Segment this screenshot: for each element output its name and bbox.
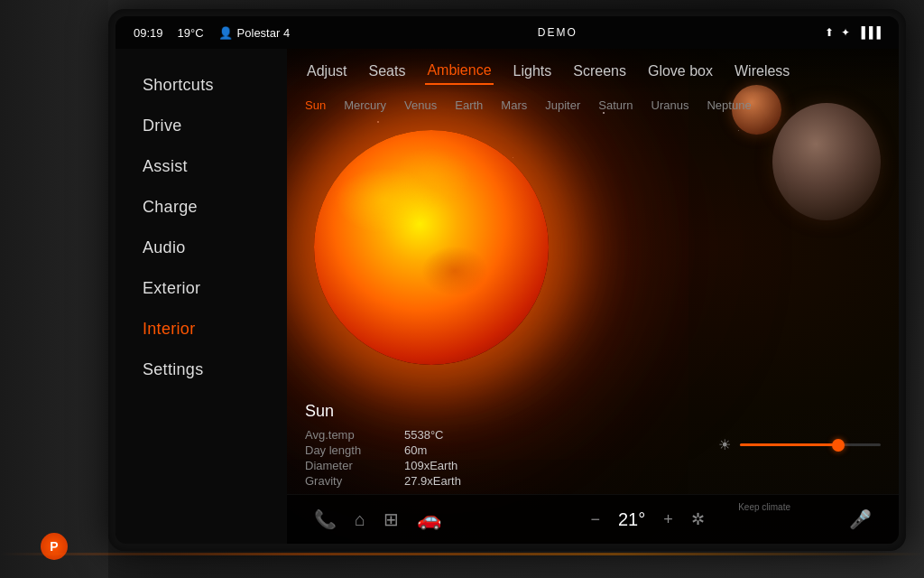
climate-control: − 21° + ✲ xyxy=(586,509,704,530)
tab-wireless[interactable]: Wireless xyxy=(733,59,791,84)
sidebar-item-audio[interactable]: Audio xyxy=(116,229,287,266)
grid-icon[interactable]: ⊞ xyxy=(383,508,399,530)
status-icons: ⬆ ✦ ▐▐▐ xyxy=(825,26,881,39)
bottom-right-controls: 🎤 xyxy=(849,508,872,530)
fan-icon[interactable]: ✲ xyxy=(691,509,705,529)
gravity-value: 27.9xEarth xyxy=(404,474,461,488)
tab-adjust[interactable]: Adjust xyxy=(305,59,348,84)
keep-climate-label: Keep climate xyxy=(738,502,790,512)
sun-container[interactable] xyxy=(314,130,549,365)
bluetooth-icon: ✦ xyxy=(841,26,850,39)
planet-sun[interactable]: Sun xyxy=(305,98,326,112)
planet-jupiter[interactable]: Jupiter xyxy=(545,98,580,112)
demo-label: DEMO xyxy=(304,26,810,39)
temperature-display: 21° xyxy=(618,509,645,530)
left-decoration: P xyxy=(0,0,108,578)
gravity-label: Gravity xyxy=(305,474,377,488)
temp-plus-button[interactable]: + xyxy=(659,510,678,529)
planet-info-panel: Sun Avg.temp 5538°C Day length 60m Diame… xyxy=(305,402,461,489)
navigation-icon: ⬆ xyxy=(825,26,834,39)
orange-accent-line xyxy=(0,553,924,555)
brightness-slider-fill xyxy=(740,443,838,446)
sun-surface-texture xyxy=(314,130,549,365)
planet-mars[interactable]: Mars xyxy=(501,98,527,112)
sidebar-item-charge[interactable]: Charge xyxy=(116,189,287,226)
bottom-bar: 📞 ⌂ ⊞ 🚗 − 21° + ✲ xyxy=(287,494,899,544)
tab-seats[interactable]: Seats xyxy=(366,59,407,84)
screen-bezel: 09:19 19°C 👤 Polestar 4 DEMO ⬆ ✦ ▐▐▐ Sho… xyxy=(108,9,906,551)
main-panel: Adjust Seats Ambience Lights Screens Glo… xyxy=(287,49,899,544)
user-icon: 👤 xyxy=(218,26,233,40)
nav-tabs: Adjust Seats Ambience Lights Screens Glo… xyxy=(287,49,899,94)
planet-neptune[interactable]: Neptune xyxy=(707,98,751,112)
voice-icon[interactable]: 🎤 xyxy=(849,508,872,530)
bottom-left-controls: 📞 ⌂ ⊞ 🚗 xyxy=(314,508,441,531)
polestar-logo: P xyxy=(41,533,68,560)
day-length-label: Day length xyxy=(305,443,377,457)
brightness-low-icon: ☀ xyxy=(718,436,731,453)
status-user: 👤 Polestar 4 xyxy=(218,26,291,40)
signal-icon: ▐▐▐ xyxy=(857,26,881,39)
car-context: P 09:19 19°C 👤 Polestar 4 DEMO ⬆ ✦ ▐▐▐ xyxy=(0,0,924,578)
phone-icon[interactable]: 📞 xyxy=(314,508,337,530)
brightness-slider-track[interactable] xyxy=(740,443,881,446)
planet-uranus[interactable]: Uranus xyxy=(651,98,689,112)
avg-temp-label: Avg.temp xyxy=(305,428,377,442)
home-icon[interactable]: ⌂ xyxy=(355,509,365,530)
planet-mercury[interactable]: Mercury xyxy=(344,98,386,112)
info-row-diameter: Diameter 109xEarth xyxy=(305,459,461,472)
sidebar-item-exterior[interactable]: Exterior xyxy=(116,270,287,307)
diameter-value: 109xEarth xyxy=(404,459,457,472)
status-temperature: 19°C xyxy=(178,26,204,40)
sidebar-item-settings[interactable]: Settings xyxy=(116,351,287,388)
sidebar: Shortcuts Drive Assist Charge Audio Exte… xyxy=(116,49,287,544)
tab-ambience[interactable]: Ambience xyxy=(425,58,493,85)
diameter-label: Diameter xyxy=(305,459,377,472)
tab-lights[interactable]: Lights xyxy=(512,59,554,84)
status-bar: 09:19 19°C 👤 Polestar 4 DEMO ⬆ ✦ ▐▐▐ xyxy=(116,16,899,49)
info-row-temp: Avg.temp 5538°C xyxy=(305,428,461,442)
planet-earth[interactable]: Earth xyxy=(455,98,483,112)
sun-sphere xyxy=(314,130,549,365)
avg-temp-value: 5538°C xyxy=(404,428,444,442)
planet-venus[interactable]: Venus xyxy=(404,98,437,112)
main-content: Shortcuts Drive Assist Charge Audio Exte… xyxy=(116,49,899,544)
car-icon[interactable]: 🚗 xyxy=(417,508,441,531)
tab-screens[interactable]: Screens xyxy=(571,59,628,84)
info-row-day: Day length 60m xyxy=(305,443,461,457)
sidebar-item-assist[interactable]: Assist xyxy=(116,148,287,185)
brightness-slider-thumb[interactable] xyxy=(832,439,845,452)
tab-glovebox[interactable]: Glove box xyxy=(646,59,715,84)
brightness-control[interactable]: ☀ xyxy=(718,436,881,453)
planet-selector: Sun Mercury Venus Earth Mars Jupiter Sat… xyxy=(287,98,899,112)
background-planet xyxy=(772,103,881,220)
sidebar-item-interior[interactable]: Interior xyxy=(116,311,287,348)
main-screen: 09:19 19°C 👤 Polestar 4 DEMO ⬆ ✦ ▐▐▐ Sho… xyxy=(116,16,899,544)
sidebar-item-shortcuts[interactable]: Shortcuts xyxy=(116,67,287,104)
info-row-gravity: Gravity 27.9xEarth xyxy=(305,474,461,488)
day-length-value: 60m xyxy=(404,443,427,457)
sidebar-item-drive[interactable]: Drive xyxy=(116,107,287,144)
background-planet-sphere xyxy=(772,103,881,220)
temp-minus-button[interactable]: − xyxy=(586,510,605,529)
planet-saturn[interactable]: Saturn xyxy=(598,98,633,112)
planet-title: Sun xyxy=(305,402,461,421)
status-time: 09:19 xyxy=(134,26,163,40)
